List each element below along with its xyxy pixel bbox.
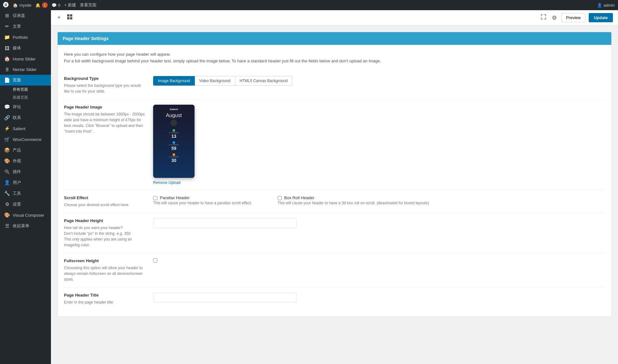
site-name[interactable]: 🏠 mysite xyxy=(13,3,32,8)
fullscreen-button[interactable] xyxy=(540,13,547,22)
sidebar-item-label: 收起菜单 xyxy=(13,223,29,229)
preview-button[interactable]: Preview xyxy=(561,13,586,22)
settings-intro: Here you can configure how your page hea… xyxy=(64,51,605,65)
user-label[interactable]: 👤 admin xyxy=(597,3,615,8)
wp-logo[interactable]: 🅦 xyxy=(3,2,9,9)
sidebar-item-label: 仪表盘 xyxy=(13,13,25,18)
sidebar-item-tools[interactable]: 🔧 工具 xyxy=(0,188,51,199)
notifications[interactable]: 🔔 1 xyxy=(35,2,48,8)
sidebar-sub-all-pages[interactable]: 所有页面 xyxy=(0,86,51,94)
page-header-title-label-col: Page Header Title Enter in the page head… xyxy=(64,293,147,305)
sidebar-item-woocommerce[interactable]: 🛒 WooCommerce xyxy=(0,134,51,145)
parallax-header-checkbox[interactable] xyxy=(153,196,157,200)
intro-line-2: For a full width background image behind… xyxy=(64,58,605,65)
remove-upload-link[interactable]: Remove Upload xyxy=(153,180,605,185)
woocommerce-icon: 🛒 xyxy=(4,136,10,142)
phone-stat-1-label: A NUMBER xyxy=(169,132,179,134)
gear-icon: ⚙ xyxy=(552,15,557,21)
links-icon: 🔗 xyxy=(4,115,10,121)
sidebar-item-collapse[interactable]: ☰ 收起菜单 xyxy=(0,220,51,231)
svg-rect-0 xyxy=(67,14,69,17)
bg-type-html5-button[interactable]: HTML5 Canvas Background xyxy=(235,76,293,86)
box-roll-header-label[interactable]: Box Roll Header xyxy=(278,195,429,200)
scroll-effect-control: Parallax Header This will cause your hea… xyxy=(153,195,605,208)
box-roll-header-desc: This will cause your header to have a 3d… xyxy=(278,201,429,205)
sidebar-item-pages[interactable]: 📄 页面 xyxy=(0,75,51,86)
sidebar-item-label: Visual Composer xyxy=(13,213,44,218)
box-roll-header-checkbox[interactable] xyxy=(278,196,282,200)
page-header-height-desc2: Don't include "px" in the string. e.g. 3… xyxy=(64,231,147,236)
sidebar-item-posts[interactable]: ✏ 文章 xyxy=(0,21,51,32)
box-roll-header-col: Box Roll Header This will cause your hea… xyxy=(278,195,429,205)
sidebar-item-portfolio[interactable]: 📁 Portfolio xyxy=(0,32,51,43)
phone-stat-3: A NUMBER 30 xyxy=(169,153,179,163)
parallax-header-label[interactable]: Parallax Header xyxy=(153,195,252,200)
background-type-desc: Please select the background type you wo… xyxy=(64,83,147,94)
comments-link[interactable]: 💬 0 xyxy=(52,3,60,8)
tools-icon: 🔧 xyxy=(4,191,10,196)
page-header-title-heading: Page Header Title xyxy=(64,293,147,298)
page-header-height-input[interactable] xyxy=(153,218,296,228)
notification-count: 1 xyxy=(42,2,48,8)
image-preview: ··· Salient ··· August xyxy=(153,105,195,178)
grid-button[interactable] xyxy=(66,13,74,22)
sidebar-sub-new-page[interactable]: 新建页面 xyxy=(0,94,51,102)
sidebar-item-label: 页面 xyxy=(13,77,21,83)
add-button[interactable]: + xyxy=(56,13,62,22)
sidebar-item-nectar-slider[interactable]: 🎚 Nectar Slider xyxy=(0,64,51,75)
bg-type-video-button[interactable]: Video Background xyxy=(195,76,235,86)
comment-icon: 💬 xyxy=(52,3,57,8)
update-button[interactable]: Update xyxy=(589,13,613,22)
main-layout: ⊞ 仪表盘 ✏ 文章 📁 Portfolio 🖼 媒体 🏠 Home Slide… xyxy=(0,10,618,364)
sidebar-item-salient[interactable]: ⚡ Salient xyxy=(0,123,51,134)
plugins-icon: 🔌 xyxy=(4,169,10,175)
sidebar-item-links[interactable]: 🔗 联系 xyxy=(0,112,51,123)
new-button[interactable]: + 新建 xyxy=(64,2,76,8)
view-page-link[interactable]: 查看页面 xyxy=(80,2,96,8)
page-header-height-control xyxy=(153,218,605,248)
bg-type-image-button[interactable]: Image Background xyxy=(153,76,195,86)
box-roll-header-text: Box Roll Header xyxy=(284,195,315,200)
phone-top-left: ··· xyxy=(155,108,157,111)
sidebar-item-label: Salient xyxy=(13,126,25,131)
sidebar-item-label: 评论 xyxy=(13,104,21,110)
fullscreen-height-row: Fullscreen Height Chooseing this option … xyxy=(64,253,605,288)
admin-bar: 🅦 🏠 mysite 🔔 1 💬 0 + 新建 查看页面 👤 admin xyxy=(0,0,618,10)
svg-rect-1 xyxy=(70,14,72,17)
settings-button[interactable]: ⚙ xyxy=(551,13,558,23)
nectar-slider-icon: 🎚 xyxy=(4,67,10,72)
sidebar-item-label: 用户 xyxy=(13,180,21,186)
sidebar-item-comments[interactable]: 💬 评论 xyxy=(0,102,51,112)
pages-icon: 📄 xyxy=(4,77,10,83)
page-header-title-input[interactable] xyxy=(153,293,296,303)
settings-icon: ⚙ xyxy=(4,201,10,207)
content-area: + xyxy=(51,10,618,364)
phone-top-bar: ··· Salient ··· xyxy=(155,108,193,111)
page-header-image-heading: Page Header Image xyxy=(64,105,147,109)
sidebar-item-products[interactable]: 📦 产品 xyxy=(0,145,51,156)
sidebar: ⊞ 仪表盘 ✏ 文章 📁 Portfolio 🖼 媒体 🏠 Home Slide… xyxy=(0,10,51,364)
page-header-height-desc3: This only applies when you are using an … xyxy=(64,236,147,248)
phone-stat-2-value: 59 xyxy=(169,146,179,151)
fullscreen-height-checkbox[interactable] xyxy=(153,258,157,262)
scroll-effect-label-col: Scroll Effect Choose your desired scroll… xyxy=(64,195,147,208)
sidebar-item-appearance[interactable]: 🎨 外观 xyxy=(0,156,51,166)
dashboard-icon: ⊞ xyxy=(4,13,10,18)
sidebar-item-dashboard[interactable]: ⊞ 仪表盘 xyxy=(0,10,51,21)
grid-icon xyxy=(67,14,72,21)
sidebar-item-visual-composer[interactable]: 🎨 Visual Composer xyxy=(0,210,51,220)
sidebar-item-label: Nectar Slider xyxy=(13,67,37,72)
page-header-image-control: ··· Salient ··· August xyxy=(153,105,605,185)
sidebar-item-home-slider[interactable]: 🏠 Home Slider xyxy=(0,53,51,64)
sidebar-item-label: 外观 xyxy=(13,158,21,164)
intro-line-1: Here you can configure how your page hea… xyxy=(64,51,605,58)
scroll-effect-heading: Scroll Effect xyxy=(64,195,147,200)
sidebar-item-media[interactable]: 🖼 媒体 xyxy=(0,43,51,53)
settings-panel: Page Header Settings Here you can config… xyxy=(57,32,612,317)
page-header-height-desc1: How tall do you want your header? xyxy=(64,225,147,231)
sidebar-item-users[interactable]: 👤 用户 xyxy=(0,177,51,188)
phone-stat-1: A NUMBER 13 xyxy=(169,129,179,139)
sidebar-item-plugins[interactable]: 🔌 插件 xyxy=(0,166,51,177)
phone-mockup: ··· Salient ··· August xyxy=(153,105,195,178)
sidebar-item-settings[interactable]: ⚙ 设置 xyxy=(0,199,51,210)
